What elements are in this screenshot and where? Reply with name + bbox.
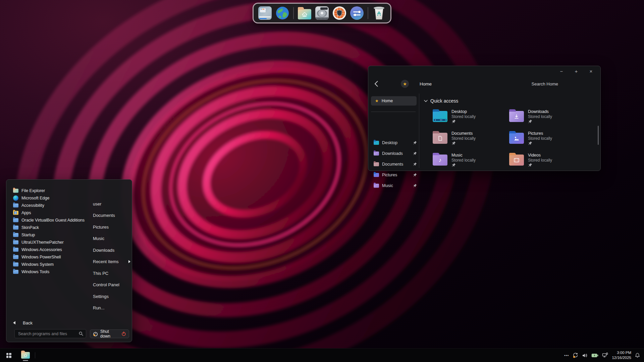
taskbar: •••: [0, 348, 644, 362]
start-item-label: Windows Tools: [21, 269, 49, 274]
volume-icon[interactable]: [582, 353, 588, 358]
qa-item-music[interactable]: ♪ Music Stored locally: [433, 153, 509, 171]
pin-icon[interactable]: [413, 152, 417, 156]
start-item-ultrauxthemepatcher[interactable]: UltraUXThemePatcher: [13, 239, 85, 246]
system-tray: •••: [564, 350, 644, 360]
dock-file-manager-home-icon[interactable]: [298, 6, 311, 20]
sidebar-item-desktop[interactable]: Desktop: [371, 138, 417, 148]
start-item-virtualbox-additions[interactable]: Oracle VirtualBox Guest Additions: [13, 217, 85, 224]
shutdown-label: Shut down: [100, 329, 119, 339]
minimize-button[interactable]: −: [554, 66, 569, 76]
pin-icon: [528, 119, 532, 124]
clock-date: 12/16/2025: [612, 355, 631, 360]
start-place-user[interactable]: user: [93, 200, 130, 207]
dock-separator: [293, 7, 294, 19]
start-button[interactable]: [3, 349, 15, 361]
sidebar-item-home[interactable]: ★ Home: [371, 96, 417, 106]
start-places-list: user Documents Pictures Music Downloads …: [93, 200, 130, 311]
taskbar-file-explorer-button[interactable]: [19, 349, 32, 362]
close-button[interactable]: ×: [584, 66, 598, 76]
folder-pictures-icon: [374, 173, 379, 177]
start-item-windows-powershell[interactable]: Windows PowerShell: [13, 253, 85, 261]
power-arc-icon: [93, 331, 98, 337]
pin-icon[interactable]: [413, 184, 417, 188]
sidebar-item-downloads[interactable]: Downloads: [371, 148, 417, 159]
start-place-recent-items[interactable]: Recent Items: [93, 258, 130, 265]
start-back-button[interactable]: Back: [13, 319, 33, 326]
dock-settings-sliders-icon[interactable]: [350, 6, 364, 20]
qa-item-pictures[interactable]: Pictures Stored locally: [509, 131, 586, 149]
folder-icon: [13, 218, 18, 222]
start-item-label: Oracle VirtualBox Guest Additions: [21, 218, 85, 223]
pin-icon: [451, 163, 456, 167]
sidebar-item-pictures[interactable]: Pictures: [371, 170, 417, 180]
start-place-control-panel[interactable]: Control Panel: [93, 282, 130, 288]
tray-overflow-button[interactable]: •••: [564, 353, 569, 357]
explorer-search-box[interactable]: Search Home: [532, 81, 558, 86]
dock-firewall-icon[interactable]: [333, 6, 346, 20]
qa-item-desktop[interactable]: Desktop Stored locally: [433, 109, 509, 128]
address-location[interactable]: Home: [420, 81, 432, 86]
start-item-label: UltraUXThemePatcher: [21, 240, 64, 245]
battery-charging-icon[interactable]: [591, 353, 598, 358]
taskbar-clock[interactable]: 3:00 PM 12/16/2025: [612, 350, 631, 360]
network-icon[interactable]: [602, 353, 608, 358]
start-item-microsoft-edge[interactable]: Microsoft Edge: [13, 194, 85, 202]
back-label: Back: [23, 320, 33, 325]
maximize-button[interactable]: +: [569, 66, 584, 76]
shutdown-button[interactable]: Shut down: [90, 329, 129, 338]
dock-desktop-preview-icon[interactable]: [258, 6, 272, 20]
start-item-windows-system[interactable]: Windows System: [13, 261, 85, 268]
folder-documents-icon: [433, 133, 447, 144]
folder-icon: [13, 226, 18, 230]
dock-web-browser-globe-icon[interactable]: [276, 6, 289, 20]
qa-item-videos[interactable]: Videos Stored locally: [509, 153, 586, 171]
start-item-apps[interactable]: Apps: [13, 209, 85, 217]
sidebar-separator: [371, 112, 416, 112]
quick-access-header[interactable]: Quick access: [424, 98, 600, 104]
start-place-this-pc[interactable]: This PC: [93, 270, 130, 277]
start-search-input[interactable]: [15, 331, 79, 336]
start-item-windows-accessories[interactable]: Windows Accessories: [13, 246, 85, 253]
start-place-run[interactable]: Run...: [93, 305, 130, 311]
power-icon: [121, 331, 126, 336]
start-place-pictures[interactable]: Pictures: [93, 224, 130, 230]
sidebar-item-music[interactable]: Music: [371, 181, 417, 191]
sync-icon[interactable]: [573, 353, 578, 358]
start-place-downloads[interactable]: Downloads: [93, 247, 130, 253]
start-item-accessibility[interactable]: Accessibility: [13, 202, 85, 209]
start-item-label: SkinPack: [21, 225, 39, 230]
qa-item-documents[interactable]: Documents Stored locally: [433, 131, 509, 149]
sidebar-item-documents[interactable]: Documents: [371, 159, 417, 169]
pin-icon[interactable]: [413, 141, 417, 145]
start-place-music[interactable]: Music: [93, 235, 130, 242]
folder-videos-icon: [509, 155, 524, 166]
start-item-label: File Explorer: [21, 188, 45, 193]
notifications-bell-icon[interactable]: [635, 353, 640, 358]
start-place-settings[interactable]: Settings: [93, 293, 130, 300]
start-item-windows-tools[interactable]: Windows Tools: [13, 268, 85, 276]
pin-icon[interactable]: [413, 173, 417, 177]
submenu-arrow-icon: [128, 260, 130, 263]
item-name: Videos: [528, 153, 552, 158]
folder-icon: [13, 248, 18, 252]
running-app-indicator: [23, 360, 28, 361]
scrollbar-thumb[interactable]: [598, 126, 599, 145]
start-item-startup[interactable]: Startup: [13, 231, 85, 239]
back-button[interactable]: [372, 79, 380, 88]
start-item-label: Windows Accessories: [21, 247, 62, 252]
qa-item-downloads[interactable]: Downloads Stored locally: [509, 109, 586, 128]
search-icon[interactable]: [79, 331, 83, 336]
start-item-label: Startup: [21, 233, 35, 237]
pin-icon: [528, 163, 532, 167]
sidebar-item-label: Downloads: [382, 151, 410, 156]
pin-icon[interactable]: [413, 162, 417, 166]
explorer-titlebar: − + ×: [368, 66, 600, 77]
dock-hard-disk-icon[interactable]: [315, 6, 329, 20]
start-item-label: Windows System: [21, 262, 54, 267]
start-item-label: Windows PowerShell: [21, 255, 61, 259]
start-item-file-explorer[interactable]: File Explorer: [13, 187, 85, 194]
start-item-skinpack[interactable]: SkinPack: [13, 224, 85, 231]
start-place-documents[interactable]: Documents: [93, 212, 130, 219]
dock-recycle-bin-icon[interactable]: [373, 7, 385, 19]
